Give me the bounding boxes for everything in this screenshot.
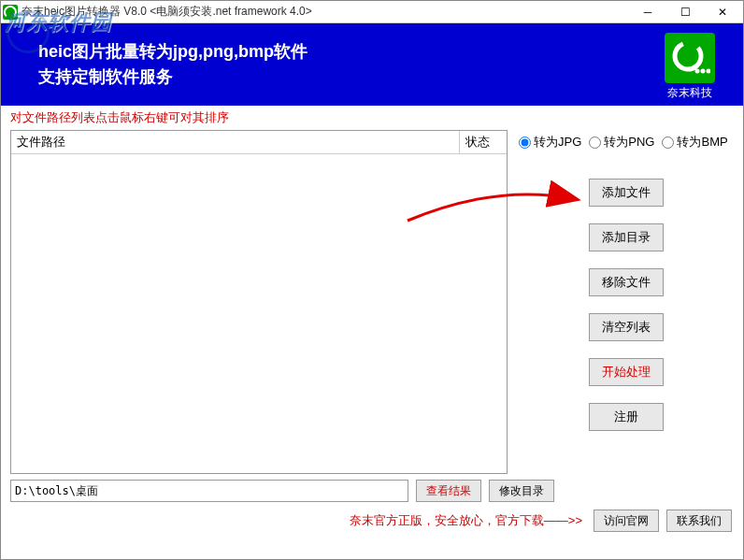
radio-png[interactable]: 转为PNG xyxy=(589,134,654,151)
svg-point-2 xyxy=(701,69,706,74)
remove-file-button[interactable]: 移除文件 xyxy=(589,268,664,296)
output-path-input[interactable] xyxy=(10,480,408,502)
hint-text: 对文件路径列表点击鼠标右键可对其排序 xyxy=(1,106,743,130)
banner-text: heic图片批量转为jpg,png,bmp软件 支持定制软件服务 xyxy=(38,39,308,90)
brand-logo: 奈末科技 xyxy=(665,33,715,101)
titlebar: 奈末heic图片转换器 V8.0 <电脑须安装.net framework 4.… xyxy=(1,1,743,23)
window-title: 奈末heic图片转换器 V8.0 <电脑须安装.net framework 4.… xyxy=(21,4,629,20)
visit-site-button[interactable]: 访问官网 xyxy=(594,510,659,532)
svg-point-0 xyxy=(669,37,706,74)
svg-point-3 xyxy=(707,69,711,74)
clear-list-button[interactable]: 清空列表 xyxy=(589,313,664,341)
change-dir-button[interactable]: 修改目录 xyxy=(489,480,554,502)
watermark: 河东软件园 xyxy=(5,8,112,36)
start-button[interactable]: 开始处理 xyxy=(589,358,664,386)
format-radio-group: 转为JPG 转为PNG 转为BMP xyxy=(519,134,734,151)
radio-bmp[interactable]: 转为BMP xyxy=(662,134,727,151)
add-file-button[interactable]: 添加文件 xyxy=(589,179,664,207)
add-dir-button[interactable]: 添加目录 xyxy=(589,223,664,251)
column-header-path[interactable]: 文件路径 xyxy=(11,131,460,153)
column-header-status[interactable]: 状态 xyxy=(460,131,507,153)
maximize-button[interactable]: ☐ xyxy=(666,2,704,22)
banner: heic图片批量转为jpg,png,bmp软件 支持定制软件服务 奈末科技 xyxy=(1,23,743,106)
contact-button[interactable]: 联系我们 xyxy=(666,510,732,532)
svg-point-1 xyxy=(695,69,700,74)
minimize-button[interactable]: ─ xyxy=(629,2,666,22)
register-button[interactable]: 注册 xyxy=(589,403,664,431)
close-button[interactable]: ✕ xyxy=(704,2,741,22)
radio-jpg[interactable]: 转为JPG xyxy=(519,134,581,151)
footer-text: 奈末官方正版，安全放心，官方下载——>> xyxy=(350,512,582,529)
view-result-button[interactable]: 查看结果 xyxy=(416,480,481,502)
file-table[interactable]: 文件路径 状态 xyxy=(10,130,508,474)
